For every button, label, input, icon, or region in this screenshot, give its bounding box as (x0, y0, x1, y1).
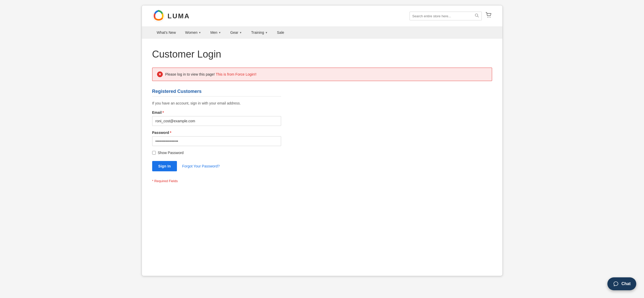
section-subtitle: If you have an account, sign in with you… (152, 101, 281, 105)
error-text: Please log in to view this page! This is… (165, 72, 257, 76)
page-title: Customer Login (152, 49, 492, 60)
main-nav: What's New Women ▼ Men ▼ Gear ▼ Training… (142, 27, 502, 38)
required-star: * (170, 131, 171, 135)
search-icon (475, 13, 479, 18)
search-box[interactable] (410, 12, 482, 20)
logo-area[interactable]: LUMA (152, 10, 190, 22)
forgot-password-link[interactable]: Forgot Your Password? (182, 164, 220, 168)
search-icon-button[interactable] (475, 13, 479, 19)
button-row: Sign In Forgot Your Password? (152, 161, 281, 171)
cart-svg-icon (485, 12, 492, 19)
error-prefix: Please log in to view this page! (165, 72, 216, 76)
error-banner: ✕ Please log in to view this page! This … (152, 68, 492, 81)
required-fields-note: * Required Fields (152, 179, 281, 183)
nav-item-gear[interactable]: Gear ▼ (226, 27, 247, 38)
required-star: * (162, 110, 164, 115)
svg-point-3 (487, 17, 488, 18)
logo-text: LUMA (168, 12, 190, 20)
error-icon: ✕ (157, 71, 163, 77)
nav-item-sale[interactable]: Sale (272, 27, 289, 38)
main-content: Customer Login ✕ Please log in to view t… (142, 38, 502, 198)
show-password-row: Show Password (152, 151, 281, 155)
email-form-group: Email* (152, 110, 281, 126)
luma-logo-icon (152, 10, 165, 22)
nav-item-whats-new[interactable]: What's New (152, 27, 181, 38)
email-input[interactable] (152, 116, 281, 126)
email-label: Email* (152, 110, 281, 115)
chevron-down-icon: ▼ (199, 31, 201, 34)
chevron-down-icon: ▼ (218, 31, 221, 34)
show-password-label[interactable]: Show Password (158, 151, 184, 155)
password-form-group: Password* (152, 131, 281, 146)
login-form-section: Registered Customers If you have an acco… (152, 89, 281, 183)
svg-line-2 (477, 16, 478, 17)
show-password-checkbox[interactable] (152, 151, 156, 155)
section-title: Registered Customers (152, 89, 281, 96)
password-input[interactable] (152, 136, 281, 146)
nav-item-men[interactable]: Men ▼ (206, 27, 226, 38)
password-label: Password* (152, 131, 281, 135)
sign-in-button[interactable]: Sign In (152, 161, 177, 171)
chevron-down-icon: ▼ (239, 31, 242, 34)
search-input[interactable] (412, 14, 475, 18)
nav-item-women[interactable]: Women ▼ (181, 27, 206, 38)
header-right (410, 12, 492, 20)
cart-icon[interactable] (485, 12, 492, 20)
chat-button[interactable]: Chat (607, 277, 636, 281)
site-header: LUMA (142, 5, 502, 27)
svg-point-4 (490, 17, 490, 18)
chevron-down-icon: ▼ (265, 31, 268, 34)
error-suffix: This is from Force Login!! (216, 72, 256, 76)
nav-item-training[interactable]: Training ▼ (247, 27, 272, 38)
chat-bubble-icon (613, 281, 619, 281)
